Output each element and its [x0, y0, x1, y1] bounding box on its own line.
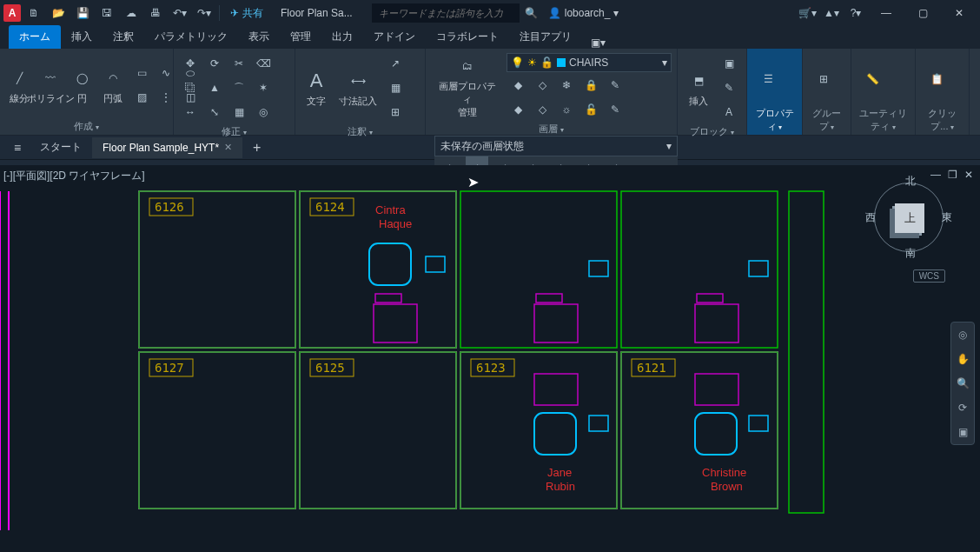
edit-block-icon[interactable]: ✎: [718, 76, 740, 99]
new-tab-button[interactable]: +: [242, 136, 271, 159]
tab-parametric[interactable]: パラメトリック: [144, 25, 238, 49]
ribbon-overflow-icon[interactable]: ▣▾: [591, 37, 606, 49]
layer-uniso-icon[interactable]: ◇: [531, 98, 553, 121]
layer-match-icon[interactable]: ✎: [604, 74, 626, 96]
hamburger-icon[interactable]: ≡: [5, 141, 30, 155]
nav-showmotion-icon[interactable]: ▣: [954, 423, 971, 441]
tab-collab[interactable]: コラボレート: [426, 25, 509, 49]
hatch-icon[interactable]: ▨: [130, 86, 153, 109]
nav-orbit-icon[interactable]: ⟳: [954, 399, 971, 416]
layer-unlock-icon[interactable]: 🔓: [579, 98, 602, 121]
tab-addin[interactable]: アドイン: [363, 25, 426, 49]
tab-manage[interactable]: 管理: [280, 25, 321, 49]
offset-icon[interactable]: ◎: [252, 101, 275, 123]
copy-icon[interactable]: ⿻: [179, 76, 202, 99]
panel-title-clip[interactable]: クリップ...: [921, 105, 963, 135]
viewcube-south[interactable]: 南: [905, 246, 916, 261]
user-menu[interactable]: 👤 loboarch_ ▾: [548, 7, 619, 19]
mirror-icon[interactable]: ▲: [203, 76, 226, 99]
layer-properties-button[interactable]: 🗂画層プロパティ 管理: [431, 52, 503, 121]
layer-lock2-icon[interactable]: 🔒: [579, 74, 602, 96]
tab-insert[interactable]: 挿入: [61, 25, 103, 49]
app-icon[interactable]: A: [3, 4, 21, 22]
fillet-icon[interactable]: ⌒: [228, 76, 250, 99]
cart-icon[interactable]: 🛒▾: [796, 2, 818, 24]
viewport-label[interactable]: [-][平面図][2D ワイヤフレーム]: [3, 169, 145, 183]
scale-icon[interactable]: ⤡: [203, 101, 226, 123]
search-input[interactable]: [372, 3, 520, 23]
explode-icon[interactable]: ✶: [252, 76, 275, 99]
panel-title-create[interactable]: 作成: [5, 118, 168, 135]
text-button[interactable]: A文字: [301, 67, 332, 110]
arc-button[interactable]: ◠円弧: [99, 64, 127, 107]
vp-close-icon[interactable]: ✕: [964, 169, 973, 181]
viewcube-north[interactable]: 北: [905, 174, 916, 189]
layer-freeze2-icon[interactable]: ❄: [555, 74, 578, 96]
tab-home[interactable]: ホーム: [9, 25, 61, 49]
properties-button[interactable]: ☰: [752, 65, 784, 93]
array-icon[interactable]: ▦: [228, 101, 250, 123]
layer-on2-icon[interactable]: ◆: [507, 98, 529, 121]
layer-off-icon[interactable]: ◆: [507, 74, 529, 96]
tab-output[interactable]: 出力: [321, 25, 363, 49]
layer-thaw-icon[interactable]: ☼: [555, 98, 578, 121]
open-icon[interactable]: 📂: [47, 2, 70, 24]
layer-change-icon[interactable]: ✎: [604, 98, 626, 121]
table-icon[interactable]: ▦: [384, 76, 407, 99]
nav-pan-icon[interactable]: ✋: [954, 350, 971, 368]
dim-button[interactable]: ⟷寸法記入: [335, 67, 381, 110]
create-block-icon[interactable]: ▣: [718, 52, 740, 75]
undo-icon[interactable]: ↶▾: [169, 2, 191, 24]
redo-icon[interactable]: ↷▾: [193, 2, 215, 24]
wcs-button[interactable]: WCS: [913, 269, 945, 283]
minimize-button[interactable]: —: [869, 0, 904, 26]
mtext-icon[interactable]: ⊞: [384, 101, 407, 123]
viewcube-west[interactable]: 西: [865, 210, 876, 225]
maximize-button[interactable]: ▢: [905, 0, 940, 26]
close-tab-icon[interactable]: ✕: [224, 142, 232, 153]
nav-zoom-icon[interactable]: 🔍: [954, 375, 971, 392]
nav-wheel-icon[interactable]: ◎: [954, 326, 971, 343]
plot-icon[interactable]: 🖶: [144, 2, 167, 24]
save-icon[interactable]: 💾: [71, 2, 94, 24]
close-button[interactable]: ✕: [942, 0, 977, 26]
rotate-icon[interactable]: ⟳: [203, 52, 226, 75]
drawing-canvas[interactable]: [-][平面図][2D ワイヤフレーム] — ❐ ✕ 6126 6124 Cin…: [0, 165, 980, 552]
doc-tab-file[interactable]: Floor Plan Sample_HYT* ✕: [92, 137, 242, 158]
rect-icon[interactable]: ▭: [130, 62, 153, 84]
stretch-icon[interactable]: ↔: [179, 101, 202, 123]
viewcube[interactable]: 上 北 南 東 西: [865, 174, 952, 261]
group-button[interactable]: ⊞: [808, 65, 839, 93]
viewcube-east[interactable]: 東: [942, 210, 952, 225]
paste-button[interactable]: 📋: [921, 65, 952, 93]
erase-icon[interactable]: ⌫: [252, 52, 275, 75]
panel-title-util[interactable]: ユーティリティ: [857, 105, 910, 135]
web-open-icon[interactable]: ☁: [120, 2, 142, 24]
panel-title-group[interactable]: グループ: [808, 105, 845, 135]
autodesk-icon[interactable]: ▲▾: [820, 2, 843, 24]
layer-combo[interactable]: 💡 ☀ 🔓 CHAIRS ▾: [507, 53, 672, 72]
leader-icon[interactable]: ↗: [384, 52, 407, 75]
util-button[interactable]: 📏: [857, 65, 888, 93]
trim-icon[interactable]: ✂: [228, 52, 250, 75]
panel-title-props[interactable]: プロパティ: [752, 105, 797, 135]
tab-annotate[interactable]: 注釈: [103, 25, 144, 49]
saveas-icon[interactable]: 🖫: [96, 2, 118, 24]
layer-iso-icon[interactable]: ◇: [531, 74, 553, 96]
panel-title-annot[interactable]: 注釈: [301, 123, 420, 140]
tab-featured[interactable]: 注目アプリ: [509, 25, 582, 49]
new-icon[interactable]: 🗎: [23, 2, 45, 24]
share-button[interactable]: ✈ 共有: [223, 2, 270, 24]
viewcube-top[interactable]: 上: [895, 203, 924, 233]
move-icon[interactable]: ✥: [179, 52, 202, 75]
help-icon[interactable]: ?▾: [844, 2, 867, 24]
layer-state-combo[interactable]: 未保存の画層状態 ▾: [434, 136, 678, 156]
search-icon[interactable]: 🔍: [525, 7, 538, 19]
attr-icon[interactable]: A: [718, 101, 740, 123]
polyline-button[interactable]: 〰ポリライン: [36, 64, 64, 107]
insert-button[interactable]: ⬒挿入: [683, 67, 714, 110]
panel-title-block[interactable]: ブロック: [683, 123, 741, 140]
doc-tab-start[interactable]: スタート: [30, 136, 92, 159]
circle-button[interactable]: ◯円: [68, 64, 96, 107]
tab-view[interactable]: 表示: [238, 25, 280, 49]
